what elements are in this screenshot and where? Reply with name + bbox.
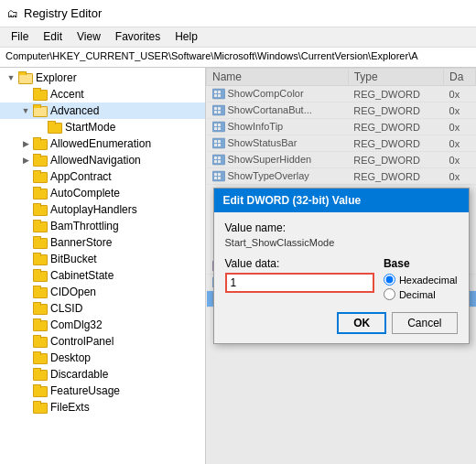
tree-item-startmode[interactable]: StartMode bbox=[0, 119, 205, 135]
tree-label-clsid: CLSID bbox=[50, 302, 82, 315]
tree-item-desktop[interactable]: Desktop bbox=[0, 350, 205, 366]
folder-icon-autoplayhandlers bbox=[33, 203, 48, 216]
radio-hexadecimal[interactable] bbox=[384, 274, 395, 286]
radio-decimal[interactable] bbox=[384, 288, 395, 300]
dialog-data-row: Value data: Base Hexadecimal Decim bbox=[225, 257, 458, 303]
menu-bar: FileEditViewFavoritesHelp bbox=[0, 27, 476, 48]
tree-label-fileexts: FileExts bbox=[50, 401, 90, 414]
folder-icon-cabinetstate bbox=[33, 269, 48, 282]
tree-item-advanced[interactable]: ▼ Advanced bbox=[0, 103, 205, 119]
dialog-overlay: Edit DWORD (32-bit) Value Value name: St… bbox=[206, 68, 476, 464]
radio-hexadecimal-row: Hexadecimal bbox=[384, 274, 458, 286]
tree-label-appcontract: AppContract bbox=[50, 170, 112, 183]
tree-item-bannerstore[interactable]: BannerStore bbox=[0, 234, 205, 251]
folder-icon-cidopen bbox=[33, 286, 48, 298]
radio-decimal-row: Decimal bbox=[384, 288, 458, 300]
tree-label-desktop: Desktop bbox=[50, 351, 91, 364]
menu-item-view[interactable]: View bbox=[70, 29, 108, 45]
menu-item-favorites[interactable]: Favorites bbox=[108, 29, 168, 45]
dialog-body: Value name: Start_ShowClassicMode Value … bbox=[214, 212, 469, 343]
app-icon: 🗂 bbox=[7, 7, 18, 20]
tree-label-comdlg32: ComDlg32 bbox=[50, 318, 103, 331]
dialog-input-section: Value data: bbox=[225, 257, 374, 293]
folder-icon-bannerstore bbox=[33, 236, 48, 249]
tree-panel: ▼ Explorer Accent ▼ Advanced StartMode ▶… bbox=[0, 68, 206, 464]
tree-item-autocomplete[interactable]: AutoComplete bbox=[0, 185, 205, 201]
tree-label-discardable: Discardable bbox=[50, 368, 108, 381]
dialog-buttons: OK Cancel bbox=[225, 312, 458, 334]
address-bar: Computer\HKEY_CURRENT_USER\Software\Micr… bbox=[0, 48, 476, 68]
value-name-text: Start_ShowClassicMode bbox=[225, 237, 458, 248]
tree-label-bamthrottling: BamThrottling bbox=[50, 220, 119, 232]
folder-icon-controlpanel bbox=[33, 335, 48, 348]
value-data-input[interactable] bbox=[225, 273, 374, 293]
dialog-base-section: Base Hexadecimal Decimal bbox=[384, 257, 458, 303]
tree-label-startmode: StartMode bbox=[65, 121, 115, 134]
tree-item-bitbucket[interactable]: BitBucket bbox=[0, 251, 205, 267]
radio-decimal-label: Decimal bbox=[399, 289, 436, 300]
edit-dword-dialog: Edit DWORD (32-bit) Value Value name: St… bbox=[213, 188, 470, 344]
arrow-advanced: ▼ bbox=[18, 106, 33, 115]
folder-icon-bamthrottling bbox=[33, 220, 48, 232]
folder-icon-appcontract bbox=[33, 170, 48, 183]
menu-item-edit[interactable]: Edit bbox=[36, 29, 70, 45]
tree-item-allowedenumeration[interactable]: ▶ AllowedEnumeration bbox=[0, 135, 205, 152]
arrow-explorer: ▼ bbox=[4, 73, 18, 82]
folder-icon-autocomplete bbox=[33, 187, 48, 200]
radio-hexadecimal-label: Hexadecimal bbox=[399, 275, 458, 286]
folder-icon-clsid bbox=[33, 302, 48, 315]
value-data-label: Value data: bbox=[225, 257, 374, 270]
tree-label-advanced: Advanced bbox=[50, 104, 99, 117]
tree-item-cabinetstate[interactable]: CabinetState bbox=[0, 267, 205, 284]
folder-icon-allowedenumeration bbox=[33, 137, 48, 150]
right-panel: Name Type Da ShowCompColor REG_DWORD 0x bbox=[206, 68, 476, 464]
tree-item-discardable[interactable]: Discardable bbox=[0, 366, 205, 383]
dialog-title: Edit DWORD (32-bit) Value bbox=[214, 189, 469, 212]
tree-item-bamthrottling[interactable]: BamThrottling bbox=[0, 218, 205, 234]
folder-icon-bitbucket bbox=[33, 253, 48, 265]
tree-label-featureusage: FeatureUsage bbox=[50, 384, 120, 397]
tree-item-explorer[interactable]: ▼ Explorer bbox=[0, 70, 205, 86]
folder-icon-accent bbox=[33, 88, 48, 101]
folder-icon-explorer bbox=[18, 71, 33, 84]
value-name-label: Value name: bbox=[225, 221, 458, 234]
tree-label-allowedenumeration: AllowedEnumeration bbox=[50, 137, 151, 150]
tree-item-accent[interactable]: Accent bbox=[0, 86, 205, 103]
cancel-button[interactable]: Cancel bbox=[392, 312, 457, 334]
ok-button[interactable]: OK bbox=[337, 312, 386, 334]
tree-item-featureusage[interactable]: FeatureUsage bbox=[0, 383, 205, 399]
tree-item-fileexts[interactable]: FileExts bbox=[0, 399, 205, 415]
tree-item-appcontract[interactable]: AppContract bbox=[0, 168, 205, 185]
folder-icon-fileexts bbox=[33, 401, 48, 414]
folder-icon-featureusage bbox=[33, 384, 48, 397]
folder-icon-comdlg32 bbox=[33, 318, 48, 331]
tree-item-allowednavigation[interactable]: ▶ AllowedNavigation bbox=[0, 152, 205, 168]
tree-label-controlpanel: ControlPanel bbox=[50, 335, 114, 348]
main-area: ▼ Explorer Accent ▼ Advanced StartMode ▶… bbox=[0, 68, 476, 464]
app-title: Registry Editor bbox=[24, 6, 102, 20]
folder-icon-discardable bbox=[33, 368, 48, 381]
tree-label-autoplayhandlers: AutoplayHandlers bbox=[50, 203, 137, 216]
tree-label-bitbucket: BitBucket bbox=[50, 253, 97, 265]
folder-icon-allowednavigation bbox=[33, 154, 48, 167]
tree-item-autoplayhandlers[interactable]: AutoplayHandlers bbox=[0, 201, 205, 218]
title-bar: 🗂 Registry Editor bbox=[0, 0, 476, 27]
arrow-allowedenumeration: ▶ bbox=[18, 139, 33, 148]
menu-item-help[interactable]: Help bbox=[168, 29, 205, 45]
tree-item-clsid[interactable]: CLSID bbox=[0, 300, 205, 317]
menu-item-file[interactable]: File bbox=[4, 29, 36, 45]
folder-icon-desktop bbox=[33, 351, 48, 364]
tree-label-autocomplete: AutoComplete bbox=[50, 187, 120, 200]
folder-icon-startmode bbox=[48, 121, 62, 134]
tree-label-bannerstore: BannerStore bbox=[50, 236, 112, 249]
tree-item-comdlg32[interactable]: ComDlg32 bbox=[0, 317, 205, 333]
tree-label-explorer: Explorer bbox=[36, 71, 77, 84]
tree-item-cidopen[interactable]: CIDOpen bbox=[0, 284, 205, 300]
tree-label-accent: Accent bbox=[50, 88, 84, 101]
tree-label-allowednavigation: AllowedNavigation bbox=[50, 154, 141, 167]
folder-icon-advanced bbox=[33, 104, 48, 117]
arrow-allowednavigation: ▶ bbox=[18, 156, 33, 165]
tree-label-cidopen: CIDOpen bbox=[50, 286, 96, 298]
base-label: Base bbox=[384, 257, 458, 270]
tree-item-controlpanel[interactable]: ControlPanel bbox=[0, 333, 205, 350]
